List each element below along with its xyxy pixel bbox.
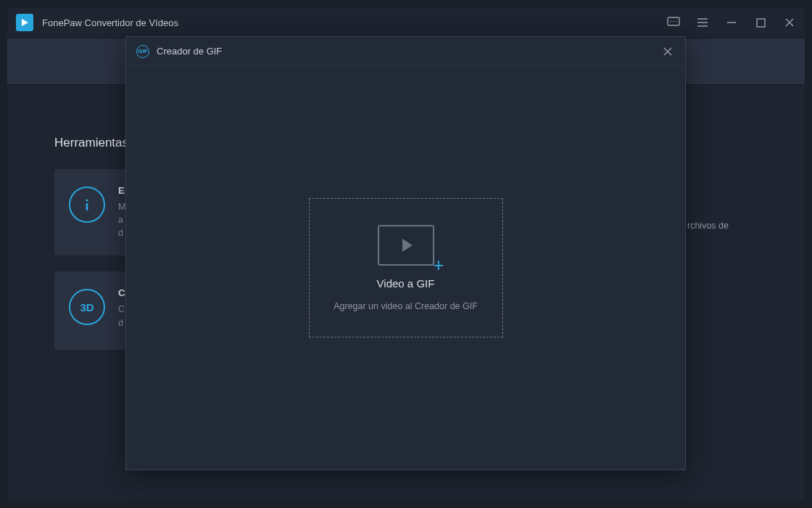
svg-rect-13	[86, 203, 88, 210]
desc-frag: d	[118, 228, 123, 238]
svg-point-12	[86, 199, 88, 201]
menu-icon[interactable]	[696, 16, 709, 29]
card-title: E	[118, 185, 125, 196]
card-body: E M a d	[118, 185, 125, 239]
dialog-header: GIF Creador de GIF	[126, 37, 685, 66]
app-title: FonePaw Convertidor de Vídeos	[42, 17, 178, 28]
app-window: FonePaw Convertidor de Vídeos Herramient…	[7, 7, 805, 501]
svg-marker-0	[22, 19, 28, 26]
svg-rect-9	[757, 19, 765, 27]
dropzone-title: Video a GIF	[377, 277, 435, 290]
card-desc: C d	[118, 303, 125, 329]
desc-frag: M	[118, 202, 125, 212]
dialog-close-icon[interactable]	[660, 44, 675, 59]
card-desc: M a d	[118, 200, 125, 239]
feedback-icon[interactable]	[667, 16, 680, 29]
window-controls	[667, 16, 796, 29]
close-icon[interactable]	[783, 16, 796, 29]
svg-point-2	[670, 21, 671, 22]
dropzone-subtitle: Agregar un video al Creador de GIF	[334, 301, 478, 311]
bg-card-desc-fragment: rchivos de	[687, 219, 767, 232]
svg-point-3	[673, 21, 674, 22]
card-title: C	[118, 287, 125, 298]
desc-frag: a	[118, 215, 123, 225]
gif-badge-icon: GIF	[136, 45, 149, 58]
svg-point-4	[676, 21, 677, 22]
card-body: C C d	[118, 287, 125, 334]
video-add-icon: +	[378, 225, 434, 266]
maximize-icon[interactable]	[754, 16, 767, 29]
title-bar: FonePaw Convertidor de Vídeos	[7, 7, 805, 38]
info-icon	[69, 187, 105, 223]
desc-frag: C	[118, 304, 125, 314]
minimize-icon[interactable]	[725, 16, 738, 29]
video-dropzone[interactable]: + Video a GIF Agregar un video al Creado…	[309, 198, 503, 337]
gif-creator-dialog: GIF Creador de GIF + Video a GIF Agregar…	[125, 36, 686, 470]
dialog-body: + Video a GIF Agregar un video al Creado…	[126, 66, 685, 470]
app-play-icon	[16, 14, 33, 31]
3d-icon: 3D	[69, 289, 105, 325]
desc-frag: d	[118, 318, 123, 328]
plus-icon: +	[433, 255, 444, 274]
dialog-title: Creador de GIF	[157, 46, 222, 57]
